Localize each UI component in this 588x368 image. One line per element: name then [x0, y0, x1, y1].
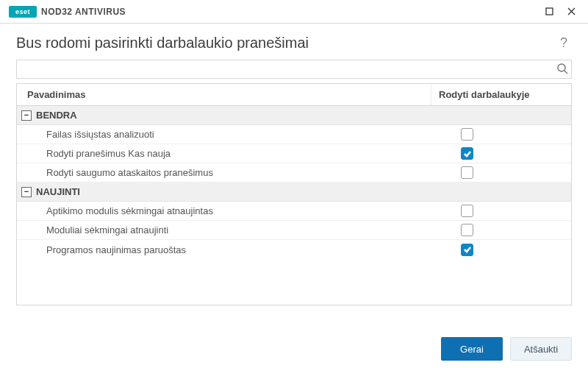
- help-button[interactable]: ?: [556, 34, 572, 52]
- item-row: Programos naujinimas paruoštas: [17, 240, 571, 259]
- notifications-grid: Pavadinimas Rodyti darbalaukyje −BENDRAF…: [16, 83, 572, 305]
- item-row: Aptikimo modulis sėkmingai atnaujintas: [17, 202, 571, 221]
- item-label: Aptikimo modulis sėkmingai atnaujintas: [17, 205, 431, 216]
- item-check-cell: [431, 147, 571, 160]
- item-label: Rodyti saugumo ataskaitos pranešimus: [17, 167, 431, 178]
- item-row: Rodyti pranešimus Kas nauja: [17, 144, 571, 163]
- search-row: [16, 60, 572, 79]
- item-check-cell: [431, 205, 571, 217]
- titlebar: eset NOD32 ANTIVIRUS: [0, 0, 588, 24]
- header: Bus rodomi pasirinkti darbalaukio praneš…: [0, 24, 588, 60]
- show-on-desktop-checkbox[interactable]: [461, 128, 473, 141]
- check-icon: [463, 245, 472, 254]
- group-row[interactable]: −BENDRA: [17, 106, 571, 125]
- brand-logo: eset: [9, 6, 37, 18]
- item-check-cell: [431, 166, 571, 179]
- item-check-cell: [431, 244, 571, 256]
- check-icon: [463, 149, 472, 158]
- item-label: Rodyti pranešimus Kas nauja: [17, 148, 431, 159]
- show-on-desktop-checkbox[interactable]: [461, 224, 473, 236]
- svg-rect-0: [546, 8, 553, 15]
- item-label: Moduliai sėkmingai atnaujinti: [17, 224, 431, 236]
- show-on-desktop-checkbox[interactable]: [461, 244, 473, 256]
- grid-body: −BENDRAFailas išsiųstas analizuotiRodyti…: [17, 106, 571, 305]
- group-label: NAUJINTI: [36, 186, 80, 197]
- brand: eset NOD32 ANTIVIRUS: [9, 6, 126, 18]
- group-row[interactable]: −NAUJINTI: [17, 183, 571, 202]
- group-label: BENDRA: [36, 110, 77, 121]
- grid-header: Pavadinimas Rodyti darbalaukyje: [17, 84, 571, 106]
- window-close-button[interactable]: [560, 3, 582, 21]
- brand-product: NOD32 ANTIVIRUS: [41, 7, 126, 17]
- svg-line-4: [564, 71, 567, 74]
- item-label: Programos naujinimas paruoštas: [17, 244, 431, 255]
- search-input[interactable]: [17, 60, 571, 78]
- item-label: Failas išsiųstas analizuoti: [17, 129, 431, 140]
- show-on-desktop-checkbox[interactable]: [461, 166, 473, 179]
- column-header-name[interactable]: Pavadinimas: [17, 84, 431, 105]
- ok-button[interactable]: Gerai: [441, 337, 503, 361]
- footer: Gerai Atšaukti: [0, 330, 588, 368]
- item-check-cell: [431, 128, 571, 141]
- show-on-desktop-checkbox[interactable]: [461, 147, 473, 160]
- collapse-icon[interactable]: −: [21, 110, 32, 121]
- show-on-desktop-checkbox[interactable]: [461, 205, 473, 217]
- window-maximize-button[interactable]: [538, 3, 560, 21]
- item-check-cell: [431, 224, 571, 236]
- search-icon[interactable]: [556, 63, 568, 77]
- item-row: Moduliai sėkmingai atnaujinti: [17, 221, 571, 240]
- collapse-icon[interactable]: −: [21, 187, 32, 197]
- column-header-show[interactable]: Rodyti darbalaukyje: [431, 84, 571, 105]
- item-row: Failas išsiųstas analizuoti: [17, 125, 571, 144]
- item-row: Rodyti saugumo ataskaitos pranešimus: [17, 163, 571, 183]
- cancel-button[interactable]: Atšaukti: [510, 337, 572, 361]
- page-title: Bus rodomi pasirinkti darbalaukio praneš…: [16, 35, 309, 52]
- maximize-icon: [545, 7, 553, 15]
- close-icon: [567, 7, 576, 15]
- svg-point-3: [558, 64, 565, 71]
